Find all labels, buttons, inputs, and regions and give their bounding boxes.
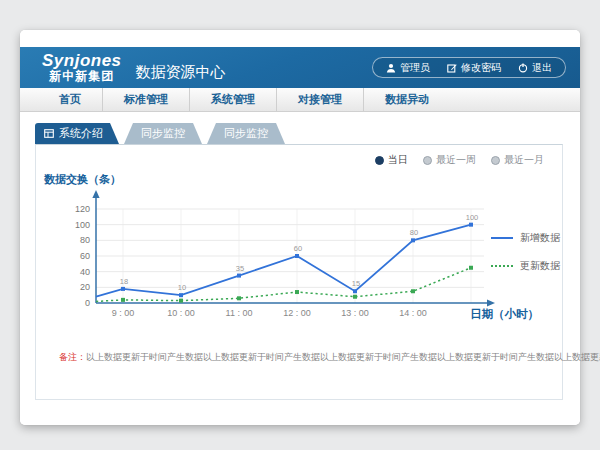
app-header: Synjones 新中新集团 数据资源中心 管理员 修改密码 [20,47,580,88]
svg-text:14 : 00: 14 : 00 [399,308,427,318]
nav-item-integration-mgmt[interactable]: 对接管理 [276,88,363,111]
legend-item-new-data: 新增数据 [491,231,560,245]
nav-item-system-mgmt[interactable]: 系统管理 [189,88,276,111]
user-menu: 管理员 修改密码 退出 [372,57,566,78]
radio-dot-icon [423,156,432,165]
date-range-filters: 当日 最近一周 最近一月 [375,153,544,167]
svg-text:80: 80 [80,235,90,245]
tab-system-intro-label: 系统介绍 [59,123,103,144]
legend-item-updated-data: 更新数据 [491,259,560,273]
tab-sync-monitor-2-label: 同步监控 [224,127,268,139]
brand-name: Synjones [42,52,122,70]
radio-dot-icon [491,156,500,165]
svg-text:12 : 00: 12 : 00 [283,308,311,318]
svg-text:18: 18 [120,277,128,286]
svg-text:日期（小时）: 日期（小时） [470,307,539,321]
radio-today-label: 当日 [388,153,408,167]
user-menu-admin[interactable]: 管理员 [386,61,430,75]
footer-note-label: 备注： [59,352,86,362]
svg-text:80: 80 [410,228,418,237]
svg-text:35: 35 [236,264,244,273]
footer-note: 备注：以上数据更新于时间产生数据以上数据更新于时间产生数据以上数据更新于时间产生… [59,351,600,364]
tab-system-intro[interactable]: 系统介绍 [35,123,119,144]
chart-y-axis-title: 数据交换（条） [44,172,121,187]
svg-text:120: 120 [75,204,90,214]
user-icon [386,63,396,73]
footer-note-text: 以上数据更新于时间产生数据以上数据更新于时间产生数据以上数据更新于时间产生数据以… [86,352,600,362]
svg-text:20: 20 [80,282,90,292]
content-area: 系统介绍 同步监控 同步监控 当日 最近一周 [20,112,580,425]
radio-last-week[interactable]: 最近一周 [423,153,476,167]
edit-icon [447,63,457,73]
svg-text:40: 40 [80,267,90,277]
chart-legend: 新增数据 更新数据 [491,231,560,273]
nav-item-standard-mgmt[interactable]: 标准管理 [102,88,189,111]
brand-logo: Synjones 新中新集团 [42,52,122,83]
window-top-strip [20,30,580,47]
chart-svg: 0204060801001209 : 0010 : 0011 : 0012 : … [36,186,564,326]
radio-last-month-label: 最近一月 [504,153,544,167]
page-title: 数据资源中心 [136,63,226,82]
svg-text:100: 100 [466,213,479,222]
user-menu-logout[interactable]: 退出 [518,61,552,75]
svg-text:0: 0 [85,298,90,308]
app-window: Synjones 新中新集团 数据资源中心 管理员 修改密码 [20,30,580,425]
user-menu-logout-label: 退出 [532,61,552,75]
legend-new-data-label: 新增数据 [520,231,560,245]
svg-text:15: 15 [352,279,360,288]
nav-item-home[interactable]: 首页 [38,88,102,111]
chart-panel: 当日 最近一周 最近一月 数据交换（条） 0204060801001209 : … [35,144,563,400]
radio-dot-icon [375,156,384,165]
radio-last-month[interactable]: 最近一月 [491,153,544,167]
radio-today[interactable]: 当日 [375,153,408,167]
svg-text:10: 10 [178,283,186,292]
tab-sync-monitor-1-label: 同步监控 [141,127,185,139]
legend-line-solid-icon [491,237,513,239]
main-nav: 首页 标准管理 系统管理 对接管理 数据异动 [20,88,580,112]
svg-text:9 : 00: 9 : 00 [112,308,135,318]
svg-text:100: 100 [75,220,90,230]
nav-item-data-changes[interactable]: 数据异动 [363,88,450,111]
user-menu-change-password-label: 修改密码 [461,61,501,75]
brand-company: 新中新集团 [42,70,122,83]
legend-line-dotted-icon [491,265,513,267]
svg-text:60: 60 [294,244,302,253]
user-menu-change-password[interactable]: 修改密码 [447,61,501,75]
svg-text:13 : 00: 13 : 00 [341,308,369,318]
svg-text:60: 60 [80,251,90,261]
tab-sync-monitor-2[interactable]: 同步监控 [207,123,285,144]
user-menu-admin-label: 管理员 [400,61,430,75]
svg-text:10 : 00: 10 : 00 [167,308,195,318]
legend-updated-data-label: 更新数据 [520,259,560,273]
panel-icon [44,129,54,138]
tab-bar: 系统介绍 同步监控 同步监控 [35,123,285,144]
svg-text:11 : 00: 11 : 00 [226,308,253,318]
radio-last-week-label: 最近一周 [436,153,476,167]
tab-sync-monitor-1[interactable]: 同步监控 [124,123,202,144]
logout-icon [518,63,528,73]
